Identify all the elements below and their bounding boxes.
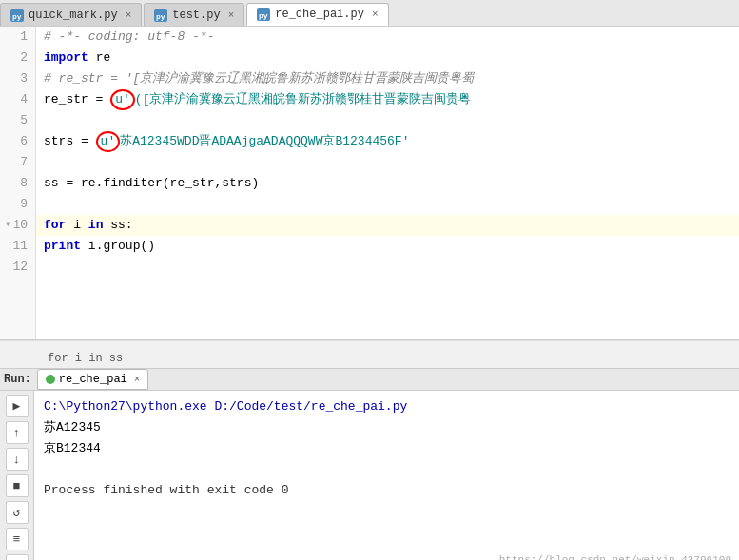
tab-label-quick-mark: quick_mark.py bbox=[29, 9, 118, 22]
code-line-9 bbox=[36, 194, 739, 215]
tab-quick-mark[interactable]: py quick_mark.py × bbox=[0, 3, 142, 26]
status-text: for i in ss bbox=[48, 352, 123, 365]
code-line-12 bbox=[36, 257, 739, 278]
kw-for: for bbox=[44, 218, 66, 232]
line-num-7: 7 bbox=[0, 152, 35, 173]
tab-close-re-che-pai[interactable]: × bbox=[372, 9, 379, 20]
svg-text:py: py bbox=[12, 12, 22, 21]
py-icon-1: py bbox=[10, 9, 24, 22]
circle-u-restr: u' bbox=[110, 89, 135, 110]
status-bar: for i in ss bbox=[0, 348, 739, 369]
line-num-12: 12 bbox=[0, 257, 35, 278]
svg-text:py: py bbox=[156, 12, 165, 21]
output-line-2: 苏A12345 bbox=[44, 417, 729, 438]
var-re-str: re_str = bbox=[44, 92, 110, 106]
horizontal-scrollbar[interactable] bbox=[0, 340, 739, 348]
circle-u-strs: u' bbox=[96, 131, 121, 152]
code-ss-ref: ss: bbox=[110, 218, 132, 232]
line-numbers: 1 2 3 4 5 6 7 8 9 ▾10 11 12 bbox=[0, 27, 36, 339]
line-num-11: 11 bbox=[0, 236, 35, 257]
fold-icon-10: ▾ bbox=[5, 215, 10, 236]
code-area[interactable]: # -*- coding: utf-8 -*- import re # re_s… bbox=[36, 27, 739, 339]
editor-container: 1 2 3 4 5 6 7 8 9 ▾10 11 12 # -*- coding… bbox=[0, 27, 739, 340]
tab-bar: py quick_mark.py × py test.py × py re_ch… bbox=[0, 0, 739, 27]
up-button[interactable]: ↑ bbox=[6, 421, 29, 444]
list-button[interactable]: ≡ bbox=[6, 528, 29, 550]
run-panel: Run: re_che_pai × ▶ ↑ ↓ ■ ↺ ≡ ⊕ C:\Pytho… bbox=[0, 369, 739, 560]
output-line-5: Process finished with exit code 0 bbox=[44, 480, 729, 501]
tab-label-test: test.py bbox=[172, 9, 220, 22]
code-igroup: i.group() bbox=[88, 239, 155, 253]
code-ss: ss = re.finditer(re_str,strs) bbox=[44, 176, 259, 190]
run-content: ▶ ↑ ↓ ■ ↺ ≡ ⊕ C:\Python27\python.exe D:/… bbox=[0, 391, 739, 560]
down-button[interactable]: ↓ bbox=[6, 448, 29, 471]
rerun-button[interactable]: ↺ bbox=[6, 501, 29, 524]
play-button[interactable]: ▶ bbox=[6, 395, 29, 417]
code-comment-1: # -*- coding: utf-8 -*- bbox=[44, 29, 214, 44]
line-num-3: 3 bbox=[0, 68, 35, 89]
watermark: https://blog.csdn.net/weixin_43796109 bbox=[499, 554, 731, 560]
code-line-11: print i.group() bbox=[36, 236, 739, 257]
py-icon-3: py bbox=[257, 8, 270, 21]
run-tab-close[interactable]: × bbox=[134, 374, 141, 385]
code-line-5 bbox=[36, 110, 739, 131]
output-cmd: C:\Python27\python.exe D:/Code/test/re_c… bbox=[44, 399, 407, 414]
strs-content: 苏A12345WDD晋ADAAjgaADAQQQWW京B1234456F' bbox=[120, 134, 409, 148]
line-num-8: 8 bbox=[0, 173, 35, 194]
output-line-1: C:\Python27\python.exe D:/Code/test/re_c… bbox=[44, 396, 729, 417]
output-result-1: 苏A12345 bbox=[44, 420, 101, 434]
line-num-10[interactable]: ▾10 bbox=[0, 215, 35, 236]
run-status-dot bbox=[46, 375, 55, 384]
line-num-1: 1 bbox=[0, 27, 35, 48]
kw-print: print bbox=[44, 239, 81, 253]
code-line-1: # -*- coding: utf-8 -*- bbox=[36, 27, 739, 48]
tab-label-re-che-pai: re_che_pai.py bbox=[275, 8, 364, 21]
var-strs: strs = bbox=[44, 134, 96, 148]
tab-close-quick-mark[interactable]: × bbox=[126, 10, 132, 21]
code-for-body: i bbox=[73, 218, 88, 232]
line-num-6: 6 bbox=[0, 131, 35, 152]
run-tab[interactable]: re_che_pai × bbox=[37, 369, 149, 390]
code-line-8: ss = re.finditer(re_str,strs) bbox=[36, 173, 739, 194]
py-icon-2: py bbox=[154, 9, 167, 22]
code-line-10: for i in ss: bbox=[36, 215, 739, 236]
code-line-2: import re bbox=[36, 48, 739, 68]
code-line-6: strs = u'苏A12345WDD晋ADAAjgaADAQQQWW京B123… bbox=[36, 131, 739, 152]
code-comment-3: # re_str = '[京津沪渝冀豫云辽黑湘皖鲁新苏浙赣鄂桂甘晋蒙陕吉闽贵粤蜀 bbox=[44, 71, 474, 86]
stop-button[interactable]: ■ bbox=[6, 474, 29, 497]
run-tab-label: re_che_pai bbox=[59, 373, 127, 386]
line-num-4: 4 bbox=[0, 89, 35, 110]
output-process: Process finished with exit code 0 bbox=[44, 483, 288, 497]
pin-button[interactable]: ⊕ bbox=[6, 554, 29, 560]
code-line-3: # re_str = '[京津沪渝冀豫云辽黑湘皖鲁新苏浙赣鄂桂甘晋蒙陕吉闽贵粤蜀 bbox=[36, 68, 739, 89]
line-num-5: 5 bbox=[0, 110, 35, 131]
kw-in: in bbox=[88, 218, 104, 232]
code-restr-content: ([京津沪渝冀豫云辽黑湘皖鲁新苏浙赣鄂桂甘晋蒙陕吉闽贵粤 bbox=[135, 92, 472, 106]
code-line-7 bbox=[36, 152, 739, 173]
run-toolbar: ▶ ↑ ↓ ■ ↺ ≡ ⊕ bbox=[0, 391, 34, 560]
run-label: Run: bbox=[4, 373, 31, 386]
output-result-2: 京B12344 bbox=[44, 441, 101, 455]
tab-close-test[interactable]: × bbox=[228, 10, 235, 21]
tab-test[interactable]: py test.py × bbox=[144, 3, 244, 26]
kw-import: import bbox=[44, 50, 88, 65]
output-line-3: 京B12344 bbox=[44, 438, 729, 459]
code-line-4: re_str = u'([京津沪渝冀豫云辽黑湘皖鲁新苏浙赣鄂桂甘晋蒙陕吉闽贵粤 bbox=[36, 89, 739, 110]
run-tab-bar: Run: re_che_pai × bbox=[0, 369, 739, 391]
output-line-4 bbox=[44, 459, 729, 480]
code-text-2: re bbox=[96, 50, 111, 65]
line-num-9: 9 bbox=[0, 194, 35, 215]
line-num-2: 2 bbox=[0, 48, 35, 68]
svg-text:py: py bbox=[259, 11, 268, 20]
run-output: C:\Python27\python.exe D:/Code/test/re_c… bbox=[34, 391, 739, 560]
tab-re-che-pai[interactable]: py re_che_pai.py × bbox=[246, 3, 388, 26]
